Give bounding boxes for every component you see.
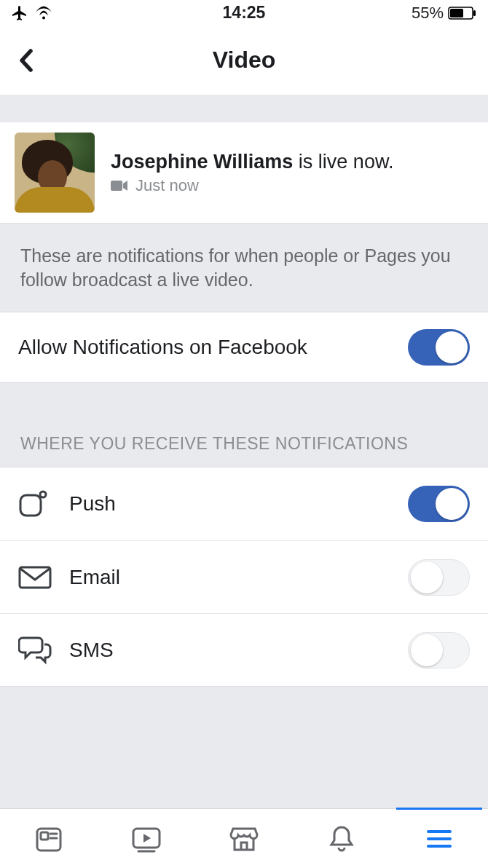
email-label: Email [69, 566, 408, 589]
svg-rect-8 [41, 832, 48, 840]
email-toggle[interactable] [408, 559, 470, 596]
live-time: Just now [135, 176, 199, 195]
tab-feed[interactable] [0, 809, 98, 868]
marketplace-icon [229, 824, 259, 853]
status-bar: 14:25 55% [0, 0, 488, 25]
sms-label: SMS [69, 639, 408, 662]
watch-icon [130, 824, 162, 853]
live-banner[interactable]: Josephine Williams is live now. Just now [0, 122, 488, 223]
status-time: 14:25 [166, 3, 321, 23]
status-right: 55% [322, 4, 477, 23]
page-title: Video [47, 47, 441, 74]
live-suffix: is live now. [293, 151, 393, 173]
tab-menu[interactable] [390, 809, 488, 868]
section-gap [0, 95, 488, 122]
bell-icon [328, 824, 355, 853]
svg-rect-1 [450, 9, 463, 17]
svg-rect-2 [473, 10, 476, 16]
airplane-mode-icon [11, 4, 28, 22]
tab-marketplace[interactable] [195, 809, 293, 868]
email-icon [18, 566, 69, 589]
video-camera-icon [111, 179, 128, 192]
menu-icon [426, 829, 452, 849]
avatar [15, 133, 95, 213]
status-left [11, 4, 166, 22]
push-icon [18, 489, 69, 518]
channel-row-push: Push [0, 467, 488, 540]
sms-icon [18, 636, 69, 665]
chevron-left-icon [18, 48, 34, 73]
tab-bar [0, 808, 488, 868]
push-toggle[interactable] [408, 486, 470, 522]
channel-row-sms: SMS [0, 613, 488, 686]
live-title: Josephine Williams is live now. [111, 151, 393, 173]
wifi-icon [34, 6, 53, 20]
feed-icon [34, 824, 63, 853]
allow-notifications-row: Allow Notifications on Facebook [0, 312, 488, 383]
tab-notifications[interactable] [293, 809, 390, 868]
svg-point-5 [40, 492, 46, 497]
push-label: Push [69, 492, 408, 516]
battery-text: 55% [412, 4, 444, 23]
live-text: Josephine Williams is live now. Just now [111, 151, 393, 195]
live-user-name: Josephine Williams [111, 151, 293, 173]
svg-rect-4 [20, 495, 41, 516]
channel-list: Push Email SMS [0, 467, 488, 687]
live-subtitle: Just now [111, 176, 393, 195]
tab-watch[interactable] [98, 809, 195, 868]
svg-rect-3 [111, 181, 122, 191]
sms-toggle[interactable] [408, 632, 470, 668]
section-header: WHERE YOU RECEIVE THESE NOTIFICATIONS [0, 383, 488, 467]
allow-toggle[interactable] [408, 329, 470, 366]
nav-bar: Video [0, 25, 488, 95]
back-button[interactable] [18, 48, 47, 73]
notification-description: These are notifications for when people … [0, 223, 488, 312]
allow-label: Allow Notifications on Facebook [18, 336, 408, 359]
channel-row-email: Email [0, 540, 488, 613]
battery-icon [448, 7, 477, 20]
